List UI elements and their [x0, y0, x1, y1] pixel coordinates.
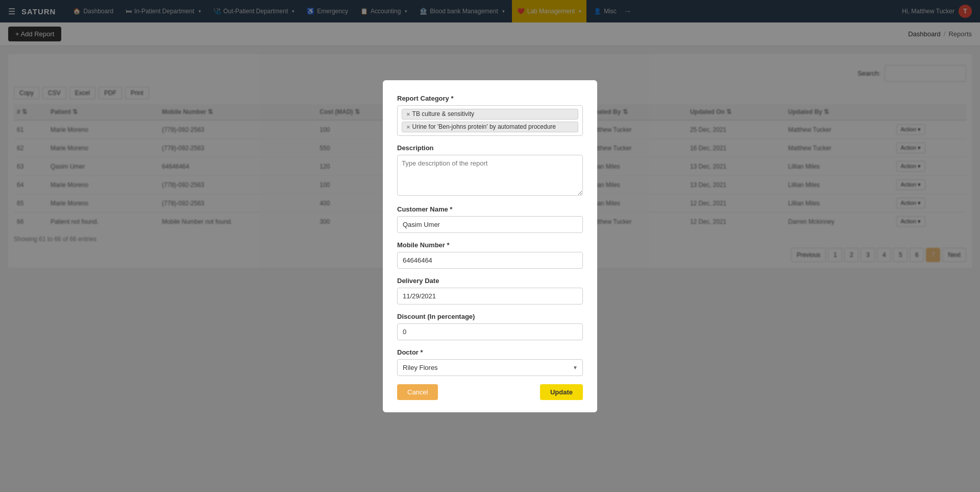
modal: Report Category * × TB culture & sensiti… — [383, 80, 597, 276]
description-textarea[interactable] — [397, 155, 583, 196]
customer-name-label: Customer Name * — [397, 205, 583, 213]
tag-1[interactable]: × TB culture & sensitivity — [402, 109, 578, 120]
description-group: Description — [397, 144, 583, 197]
description-label: Description — [397, 144, 583, 152]
remove-tag-1-icon[interactable]: × — [406, 110, 410, 118]
tag-input[interactable]: × TB culture & sensitivity × Urine for '… — [397, 105, 583, 136]
modal-overlay: Report Category * × TB culture & sensiti… — [0, 0, 980, 276]
report-category-group: Report Category * × TB culture & sensiti… — [397, 95, 583, 136]
tag-2[interactable]: × Urine for 'Ben-johns protein' by autom… — [402, 122, 578, 132]
mobile-number-label: Mobile Number * — [397, 241, 583, 249]
report-category-label: Report Category * — [397, 95, 583, 102]
mobile-number-group: Mobile Number * — [397, 241, 583, 269]
remove-tag-2-icon[interactable]: × — [406, 123, 410, 131]
customer-name-group: Customer Name * — [397, 205, 583, 233]
mobile-number-input[interactable] — [397, 252, 583, 269]
customer-name-input[interactable] — [397, 216, 583, 233]
